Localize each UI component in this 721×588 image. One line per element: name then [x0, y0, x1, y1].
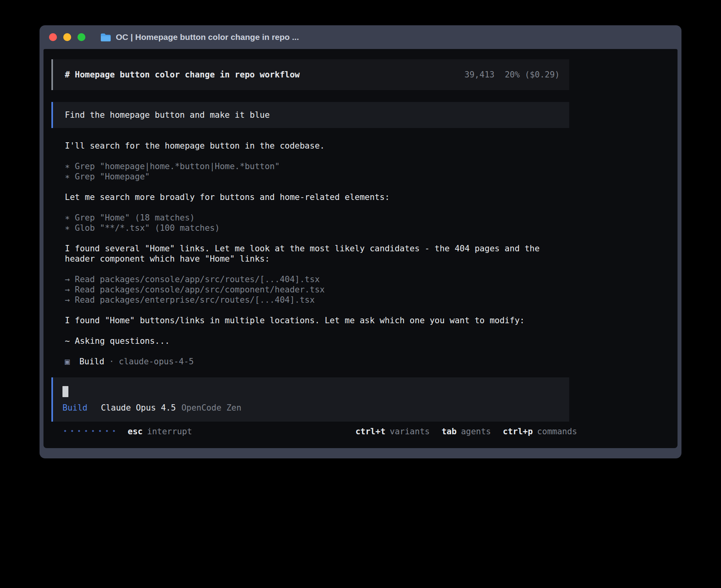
user-message: Find the homepage button and make it blu… [51, 102, 569, 128]
input-provider: OpenCode Zen [181, 403, 242, 413]
tool-call-grep: ∗ Grep "Home" (18 matches) [65, 213, 569, 223]
tool-call-grep: ∗ Grep "Homepage" [65, 172, 569, 182]
zoom-button[interactable] [77, 33, 85, 41]
session-header: # Homepage button color change in repo w… [51, 59, 569, 90]
status-bar-left: •••••••• esc interrupt [63, 426, 192, 437]
window-title: OC | Homepage button color change in rep… [116, 32, 299, 42]
assistant-status-text: ~ Asking questions... [65, 336, 569, 346]
interrupt-key: esc [128, 426, 143, 437]
agent-icon: ▣ [65, 356, 70, 367]
hint-commands: ctrl+p commands [503, 426, 577, 437]
session-title: # Homepage button color change in repo w… [65, 70, 300, 80]
tool-call-group: → Read packages/console/app/src/routes/[… [65, 274, 569, 305]
assistant-output: I'll search for the homepage button in t… [65, 141, 569, 367]
assistant-text: I found several "Home" links. Let me loo… [65, 243, 569, 264]
terminal-content: # Homepage button color change in repo w… [43, 49, 678, 448]
prompt-input[interactable]: Build Claude Opus 4.5 OpenCode Zen [51, 377, 569, 422]
hint-key: ctrl+t [355, 426, 385, 437]
hint-label: variants [390, 426, 430, 437]
tool-call-group: ∗ Grep "Home" (18 matches) ∗ Glob "**/*.… [65, 213, 569, 233]
hint-agents: tab agents [442, 426, 491, 437]
assistant-text: I found "Home" buttons/links in multiple… [65, 315, 569, 326]
tool-call-read: → Read packages/enterprise/src/routes/[.… [65, 295, 569, 305]
status-bar: •••••••• esc interrupt ctrl+t variants t… [59, 426, 577, 437]
assistant-text: Let me search more broadly for buttons a… [65, 192, 569, 202]
text-cursor [62, 386, 68, 397]
tool-call-grep: ∗ Grep "homepage|home.*button|Home.*butt… [65, 161, 569, 172]
traffic-lights [49, 33, 92, 41]
tool-call-read: → Read packages/console/app/src/componen… [65, 285, 569, 295]
folder-icon [100, 33, 111, 41]
hint-variants: ctrl+t variants [355, 426, 430, 437]
user-message-text: Find the homepage button and make it blu… [65, 110, 270, 120]
close-button[interactable] [49, 33, 57, 41]
hint-key: ctrl+p [503, 426, 533, 437]
agent-status-line: ▣ Build · claude-opus-4-5 [65, 356, 569, 367]
input-meta: Build Claude Opus 4.5 OpenCode Zen [62, 403, 560, 413]
token-count: 39,413 [464, 70, 495, 80]
agent-name: Build [79, 356, 104, 367]
hint-label: agents [461, 426, 491, 437]
tool-call-read: → Read packages/console/app/src/routes/[… [65, 274, 569, 285]
input-mode[interactable]: Build [62, 403, 87, 413]
interrupt-label: interrupt [147, 426, 192, 437]
session-meta: 39,413 20% ($0.29) [464, 70, 560, 80]
tool-call-group: ∗ Grep "homepage|home.*button|Home.*butt… [65, 161, 569, 182]
spinner-dots: •••••••• [63, 426, 119, 437]
assistant-text: I'll search for the homepage button in t… [65, 141, 569, 151]
tool-call-glob: ∗ Glob "**/*.tsx" (100 matches) [65, 223, 569, 233]
hint-label: commands [537, 426, 577, 437]
input-model[interactable]: Claude Opus 4.5 [101, 403, 176, 413]
titlebar[interactable]: OC | Homepage button color change in rep… [40, 25, 681, 49]
context-usage: 20% ($0.29) [505, 70, 560, 80]
status-separator: · [109, 356, 114, 367]
status-bar-right: ctrl+t variants tab agents ctrl+p comman… [355, 426, 577, 437]
minimize-button[interactable] [63, 33, 71, 41]
terminal-window: OC | Homepage button color change in rep… [40, 25, 681, 458]
hint-key: tab [442, 426, 457, 437]
agent-model: claude-opus-4-5 [119, 356, 194, 367]
